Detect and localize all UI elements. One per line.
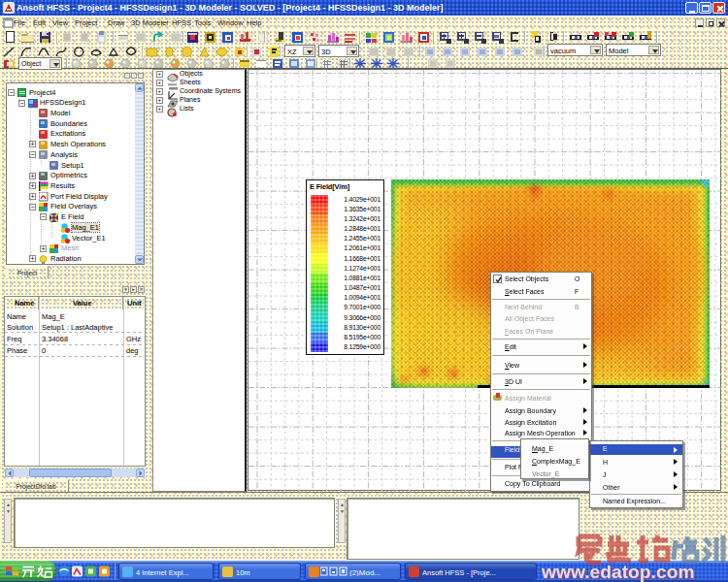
svg-text:(2)Mod...: (2)Mod... (349, 568, 381, 577)
